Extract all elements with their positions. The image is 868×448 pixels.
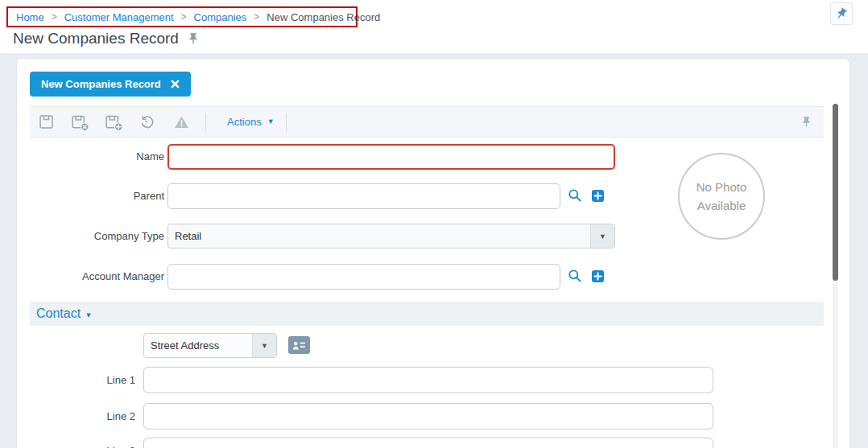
parent-label: Parent: [17, 183, 164, 209]
pushpin-icon: [800, 116, 812, 128]
save-and-new-icon: [105, 113, 123, 131]
pushpin-icon[interactable]: [187, 32, 200, 45]
add-icon: [593, 191, 602, 200]
line-2-input[interactable]: [143, 403, 713, 430]
line-2-label: Line 2: [17, 403, 135, 430]
account-manager-search-button[interactable]: [567, 268, 582, 283]
account-manager-add-button[interactable]: [592, 270, 604, 282]
toolbar: Actions ▼: [30, 106, 824, 138]
section-caret-icon: ▾: [86, 308, 91, 320]
breadcrumb-separator: >: [52, 11, 57, 23]
photo-placeholder-line2: Available: [697, 196, 746, 215]
parent-add-button[interactable]: [592, 190, 604, 202]
company-type-select[interactable]: Retail ▼: [167, 224, 615, 249]
search-icon: [567, 187, 582, 203]
warning-icon: [173, 114, 190, 130]
history-button[interactable]: [138, 112, 157, 133]
line-3-input[interactable]: [143, 438, 713, 448]
actions-button[interactable]: Actions ▼: [227, 116, 275, 128]
tab-close-icon[interactable]: [171, 80, 180, 88]
header: Home > Customer Management > Companies >…: [0, 0, 868, 53]
page-title: New Companies Record: [13, 30, 179, 47]
actions-label: Actions: [227, 116, 262, 128]
caret-down-icon: ▼: [267, 118, 275, 125]
save-and-new-button[interactable]: [104, 112, 123, 133]
address-card-icon: [291, 339, 307, 351]
caret-down-icon: ▼: [252, 334, 276, 357]
breadcrumb-separator: >: [181, 11, 187, 23]
search-icon: [567, 268, 582, 283]
line-3-label: Line 3: [17, 438, 135, 448]
parent-input[interactable]: [167, 183, 560, 209]
account-manager-input[interactable]: [167, 264, 560, 290]
address-type-select[interactable]: Street Address ▼: [143, 333, 277, 358]
breadcrumb-item-customer-management[interactable]: Customer Management: [64, 11, 174, 23]
tab-new-companies-record[interactable]: New Companies Record: [30, 72, 191, 97]
name-input[interactable]: [167, 144, 615, 170]
company-type-value: Retail: [168, 224, 590, 248]
save-and-close-icon: [71, 113, 89, 131]
line-1-label: Line 1: [17, 367, 135, 393]
breadcrumb-separator: >: [254, 11, 259, 23]
photo-placeholder-line1: No Photo: [696, 178, 747, 196]
toolbar-pin-button[interactable]: [800, 116, 812, 128]
add-icon: [593, 272, 602, 281]
toolbar-divider: [205, 113, 206, 131]
title-row: New Companies Record: [13, 30, 200, 47]
vertical-scrollbar[interactable]: [833, 104, 838, 448]
name-label: Name: [17, 144, 164, 170]
photo-placeholder[interactable]: No Photo Available: [678, 153, 765, 240]
scrollbar-thumb[interactable]: [833, 104, 838, 281]
line-1-input[interactable]: [143, 367, 713, 393]
account-manager-label: Account Manager: [17, 264, 164, 290]
breadcrumb-current-item: New Companies Record: [267, 11, 380, 23]
breadcrumb-item-companies[interactable]: Companies: [194, 11, 247, 23]
record-card: New Companies Record: [16, 58, 850, 448]
pushpin-icon: [835, 7, 848, 20]
address-type-value: Street Address: [144, 334, 252, 357]
save-button[interactable]: [36, 112, 56, 133]
parent-search-button[interactable]: [567, 187, 582, 203]
section-header-contact[interactable]: Contact ▾: [30, 302, 824, 326]
validation-button[interactable]: [172, 112, 191, 133]
pin-panel-button[interactable]: [830, 2, 853, 25]
section-title: Contact: [36, 306, 81, 321]
tab-label: New Companies Record: [41, 78, 161, 90]
save-icon: [38, 113, 55, 130]
company-type-label: Company Type: [17, 224, 164, 249]
breadcrumb: Home > Customer Management > Companies >…: [6, 6, 358, 27]
caret-down-icon: ▼: [590, 224, 614, 248]
save-and-close-button[interactable]: [70, 112, 89, 133]
address-card-button[interactable]: [288, 336, 310, 354]
history-icon: [139, 114, 155, 130]
toolbar-divider: [286, 113, 287, 131]
breadcrumb-item-home[interactable]: Home: [16, 11, 44, 23]
screen: Home > Customer Management > Companies >…: [0, 0, 868, 448]
